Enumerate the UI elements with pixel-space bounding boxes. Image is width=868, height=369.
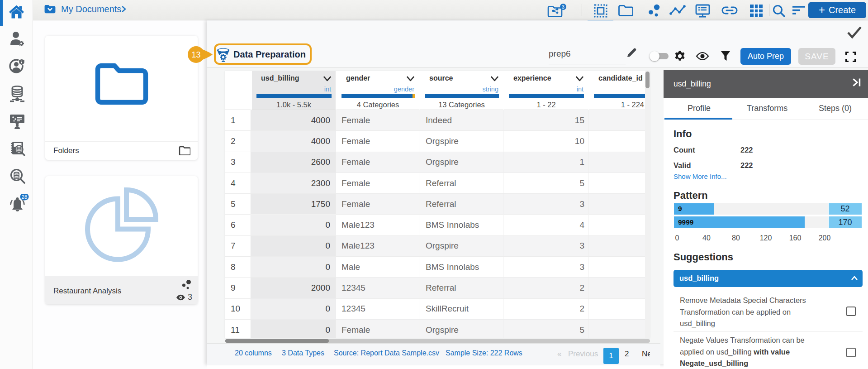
- svg-text:13: 13: [191, 50, 200, 59]
- svg-text:28: 28: [22, 194, 28, 200]
- svg-text:3: 3: [562, 4, 564, 10]
